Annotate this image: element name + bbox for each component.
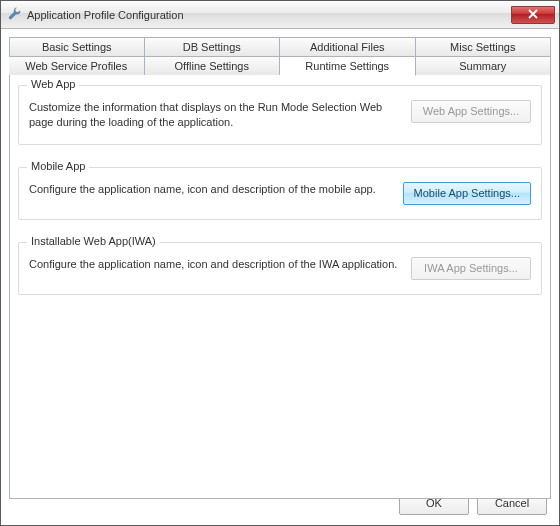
mobile-app-settings-button[interactable]: Mobile App Settings... [403, 182, 531, 205]
group-iwa-app-legend: Installable Web App(IWA) [27, 235, 160, 247]
client-area: Basic Settings DB Settings Additional Fi… [1, 29, 559, 525]
titlebar: Application Profile Configuration [1, 1, 559, 29]
iwa-app-desc: Configure the application name, icon and… [29, 257, 403, 272]
tab-summary[interactable]: Summary [416, 56, 552, 76]
tabpanel-runtime-settings: Web App Customize the information that d… [9, 75, 551, 499]
iwa-app-settings-button[interactable]: IWA App Settings... [411, 257, 531, 280]
tab-db-settings[interactable]: DB Settings [145, 37, 281, 57]
mobile-app-desc: Configure the application name, icon and… [29, 182, 395, 197]
web-app-settings-button[interactable]: Web App Settings... [411, 100, 531, 123]
tab-misc-settings[interactable]: Misc Settings [416, 37, 552, 57]
tab-additional-files[interactable]: Additional Files [280, 37, 416, 57]
group-iwa-app: Installable Web App(IWA) Configure the a… [18, 242, 542, 295]
tab-runtime-settings[interactable]: Runtime Settings [280, 56, 416, 76]
group-web-app-legend: Web App [27, 78, 79, 90]
group-mobile-app: Mobile App Configure the application nam… [18, 167, 542, 220]
group-mobile-app-legend: Mobile App [27, 160, 89, 172]
tabstrip: Basic Settings DB Settings Additional Fi… [9, 37, 551, 75]
dialog-window: Application Profile Configuration Basic … [0, 0, 560, 526]
tab-basic-settings[interactable]: Basic Settings [9, 37, 145, 57]
group-web-app: Web App Customize the information that d… [18, 85, 542, 145]
wrench-icon [7, 7, 23, 23]
tab-offline-settings[interactable]: Offline Settings [145, 56, 281, 76]
tab-web-service-profiles[interactable]: Web Service Profiles [9, 56, 145, 76]
close-icon [528, 9, 538, 19]
window-title: Application Profile Configuration [23, 9, 511, 21]
web-app-desc: Customize the information that displays … [29, 100, 403, 130]
close-button[interactable] [511, 6, 555, 24]
